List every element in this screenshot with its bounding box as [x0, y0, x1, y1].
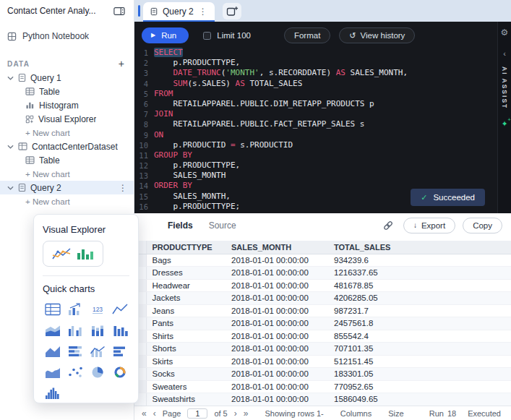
- format-button[interactable]: Format: [284, 27, 330, 43]
- export-button[interactable]: ↓ Export: [403, 218, 455, 233]
- code-line[interactable]: SUM(s.SALES) AS TOTAL_SALES: [154, 79, 408, 89]
- table-cell[interactable]: 1586049.65: [328, 393, 511, 406]
- table-row[interactable]: Jackets2018-01-01 00:00:004206285.05: [134, 292, 511, 305]
- grouped-column-chart-icon[interactable]: [66, 322, 85, 338]
- tab-menu-icon[interactable]: ⋮: [199, 7, 207, 17]
- code-line[interactable]: p.PRODUCTTYPE,: [154, 160, 408, 171]
- table-cell[interactable]: 987231.7: [328, 304, 511, 317]
- column-chart-icon[interactable]: [111, 322, 129, 338]
- table-cell[interactable]: Pants: [146, 317, 226, 330]
- sidebar-item-contactcenterdataset[interactable]: ContactCenterDataset: [0, 140, 134, 153]
- item-menu-icon[interactable]: ⋮: [119, 183, 127, 193]
- table-cell[interactable]: Shirts: [146, 330, 226, 343]
- table-row[interactable]: Shirts2018-01-01 00:00:00855542.4: [134, 330, 511, 343]
- combo-chart-icon[interactable]: [88, 343, 107, 359]
- scatter-chart-icon[interactable]: [66, 364, 85, 380]
- table-cell[interactable]: Bags: [146, 254, 226, 267]
- chevron-down-icon[interactable]: [7, 186, 14, 190]
- limit-checkbox[interactable]: [203, 32, 211, 40]
- page-input[interactable]: [187, 408, 207, 419]
- size-label[interactable]: Size: [388, 409, 403, 418]
- table-cell[interactable]: 2018-01-01 00:00:00: [226, 292, 328, 305]
- table-cell[interactable]: 4206285.05: [328, 292, 511, 305]
- sidebar-item-query2-new-chart[interactable]: + New chart: [0, 194, 134, 208]
- pie-chart-icon[interactable]: [88, 364, 107, 380]
- stacked-area-chart-icon[interactable]: [43, 322, 62, 338]
- tab-query-2[interactable]: Query 2 ⋮: [143, 2, 215, 22]
- line-chart-icon[interactable]: [111, 301, 129, 317]
- stacked-bar-chart-icon[interactable]: [66, 343, 85, 359]
- table-cell[interactable]: 2018-01-01 00:00:00: [226, 317, 328, 330]
- chevron-down-icon[interactable]: [7, 76, 14, 80]
- tab-fields[interactable]: Fields: [168, 220, 193, 231]
- sidebar-item-query1-visual-explorer[interactable]: Visual Explorer: [0, 112, 134, 126]
- table-cell[interactable]: 481678.85: [328, 279, 511, 292]
- table-cell[interactable]: 2018-01-01 00:00:00: [226, 355, 328, 368]
- sidebar-item-dataset-table[interactable]: Table: [0, 153, 134, 167]
- table-cell[interactable]: 2018-01-01 00:00:00: [226, 279, 328, 292]
- bar-trend-chart-icon[interactable]: [66, 301, 85, 317]
- table-cell[interactable]: Socks: [146, 368, 226, 381]
- table-row[interactable]: Pants2018-01-01 00:00:002457561.8: [134, 317, 511, 330]
- table-row[interactable]: Headwear2018-01-01 00:00:00481678.85: [134, 279, 511, 292]
- table-cell[interactable]: Headwear: [146, 279, 226, 292]
- filled-area-chart-icon[interactable]: [43, 364, 62, 380]
- table-cell[interactable]: Shorts: [146, 343, 226, 356]
- table-cell[interactable]: Sweaters: [146, 380, 226, 393]
- code-area[interactable]: 12345678910111213141516 SELECT p.PRODUCT…: [134, 48, 511, 212]
- table-cell[interactable]: 512151.45: [328, 355, 511, 368]
- stacked-column-chart-icon[interactable]: [88, 322, 107, 338]
- table-cell[interactable]: 2018-01-01 00:00:00: [226, 380, 328, 393]
- run-button[interactable]: ▶ Run: [142, 27, 189, 43]
- histogram-chart-icon[interactable]: [43, 385, 62, 400]
- code-line[interactable]: JOIN: [154, 109, 408, 119]
- table-row[interactable]: Bags2018-01-01 00:00:00934239.6: [134, 254, 511, 267]
- prev-page-icon[interactable]: ‹: [153, 409, 156, 418]
- single-value-chart-icon[interactable]: 123: [88, 301, 107, 317]
- collapse-sidebar-icon[interactable]: [113, 7, 125, 16]
- table-cell[interactable]: 707101.35: [328, 343, 511, 356]
- sidebar-item-query1-table[interactable]: Table: [0, 85, 134, 98]
- table-cell[interactable]: 2018-01-01 00:00:00: [226, 267, 328, 280]
- copy-button[interactable]: Copy: [463, 218, 502, 233]
- code-line[interactable]: SALES_MONTH,: [154, 192, 408, 202]
- code-line[interactable]: SALES_MONTH: [154, 171, 408, 181]
- collapse-panel-icon[interactable]: ‹: [503, 49, 506, 58]
- table-cell[interactable]: 934239.6: [328, 254, 511, 267]
- code-line[interactable]: DATE_TRUNC('MONTH', s.RECORDDATE) AS SAL…: [154, 68, 408, 78]
- tab-source[interactable]: Source: [209, 220, 236, 231]
- table-row[interactable]: Shorts2018-01-01 00:00:00707101.35: [134, 343, 511, 356]
- table-cell[interactable]: 2018-01-01 00:00:00: [226, 304, 328, 317]
- table-cell[interactable]: Sweatshirts: [146, 393, 226, 406]
- table-row[interactable]: Skirts2018-01-01 00:00:00512151.45: [134, 355, 511, 368]
- first-page-icon[interactable]: «: [142, 409, 147, 418]
- table-cell[interactable]: 770952.65: [328, 380, 511, 393]
- table-chart-icon[interactable]: [43, 301, 62, 317]
- new-tab-button[interactable]: [223, 3, 241, 20]
- table-row[interactable]: Dresses2018-01-01 00:00:001216337.65: [134, 267, 511, 280]
- table-cell[interactable]: 1216337.65: [328, 267, 511, 280]
- column-header-sales_month[interactable]: SALES_MONTH: [226, 241, 328, 254]
- code-lines[interactable]: SELECT p.PRODUCTTYPE, DATE_TRUNC('MONTH'…: [154, 48, 408, 212]
- last-page-icon[interactable]: »: [244, 409, 249, 418]
- table-cell[interactable]: Dresses: [146, 267, 226, 280]
- table-cell[interactable]: 2018-01-01 00:00:00: [226, 330, 328, 343]
- table-cell[interactable]: 183301.05: [328, 368, 511, 381]
- table-cell[interactable]: Skirts: [146, 355, 226, 368]
- column-header-total_sales[interactable]: TOTAL_SALES: [328, 241, 511, 254]
- code-line[interactable]: p.PRODUCTTYPE,: [154, 58, 408, 68]
- donut-chart-icon[interactable]: [111, 364, 129, 380]
- columns-label[interactable]: Columns: [340, 409, 372, 418]
- table-cell[interactable]: 2018-01-01 00:00:00: [226, 254, 328, 267]
- code-line[interactable]: FROM: [154, 89, 408, 99]
- sidebar-item-query1-new-chart[interactable]: + New chart: [0, 126, 134, 140]
- code-line[interactable]: RETAILAPPAREL.PUBLIC.FACT_RETAPP_SALES s: [154, 119, 408, 129]
- table-cell[interactable]: 2018-01-01 00:00:00: [226, 368, 328, 381]
- next-page-icon[interactable]: ›: [234, 409, 237, 418]
- settings-gear-icon[interactable]: ⚙: [501, 27, 509, 38]
- bar-chart-icon[interactable]: [111, 343, 129, 359]
- code-line[interactable]: p.PRODUCTID = s.PRODUCTID: [154, 140, 408, 150]
- ai-sparkle-icon[interactable]: ✦+: [501, 119, 507, 129]
- view-history-button[interactable]: ↺ View history: [339, 27, 415, 43]
- table-cell[interactable]: Jackets: [146, 292, 226, 305]
